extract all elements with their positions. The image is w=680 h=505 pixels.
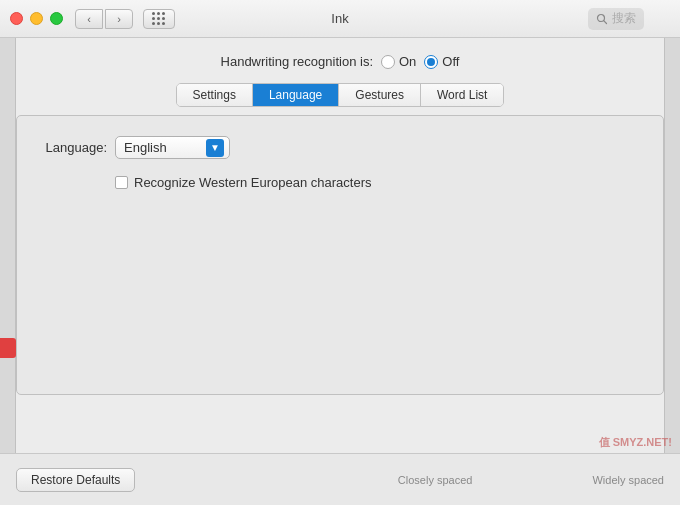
bottom-labels: Closely spaced Widely spaced xyxy=(398,474,664,486)
tab-gestures[interactable]: Gestures xyxy=(339,84,421,106)
radio-off-circle[interactable] xyxy=(424,55,438,69)
side-red-indicator xyxy=(0,338,16,358)
western-european-checkbox[interactable] xyxy=(115,176,128,189)
spacing-right-label: Widely spaced xyxy=(592,474,664,486)
grid-icon xyxy=(152,12,166,26)
nav-buttons: ‹ › xyxy=(75,9,133,29)
window-title: Ink xyxy=(331,11,348,26)
tabs-container: Settings Language Gestures Word List xyxy=(16,83,664,107)
radio-off-option[interactable]: Off xyxy=(424,54,459,69)
checkbox-label: Recognize Western European characters xyxy=(134,175,372,190)
watermark: 值 SMYZ.NET! xyxy=(599,435,672,450)
language-row: Language: English French German Spanish … xyxy=(37,136,643,159)
back-button[interactable]: ‹ xyxy=(75,9,103,29)
forward-button[interactable]: › xyxy=(105,9,133,29)
language-select-wrapper: English French German Spanish Italian Po… xyxy=(115,136,230,159)
maximize-button[interactable] xyxy=(50,12,63,25)
side-left-panel xyxy=(0,38,16,505)
tab-word-list[interactable]: Word List xyxy=(421,84,503,106)
radio-on-label: On xyxy=(399,54,416,69)
grid-view-button[interactable] xyxy=(143,9,175,29)
language-select[interactable]: English French German Spanish Italian Po… xyxy=(115,136,230,159)
main-content: Handwriting recognition is: On Off Setti… xyxy=(16,54,664,395)
close-button[interactable] xyxy=(10,12,23,25)
bottom-bar: Restore Defaults Closely spaced Widely s… xyxy=(0,453,680,505)
traffic-lights xyxy=(10,12,63,25)
search-icon xyxy=(596,13,608,25)
svg-line-1 xyxy=(604,20,607,23)
handwriting-label: Handwriting recognition is: xyxy=(221,54,373,69)
language-panel: Language: English French German Spanish … xyxy=(16,115,664,395)
handwriting-recognition-row: Handwriting recognition is: On Off xyxy=(16,54,664,69)
checkbox-row: Recognize Western European characters xyxy=(115,175,643,190)
tab-settings[interactable]: Settings xyxy=(177,84,253,106)
radio-on-option[interactable]: On xyxy=(381,54,416,69)
radio-on-circle[interactable] xyxy=(381,55,395,69)
minimize-button[interactable] xyxy=(30,12,43,25)
radio-off-label: Off xyxy=(442,54,459,69)
search-placeholder: 搜索 xyxy=(612,10,636,27)
titlebar: ‹ › Ink 搜索 xyxy=(0,0,680,38)
spacing-left-label: Closely spaced xyxy=(398,474,473,486)
forward-icon: › xyxy=(117,13,121,25)
tabs: Settings Language Gestures Word List xyxy=(176,83,505,107)
search-field[interactable]: 搜索 xyxy=(588,8,644,30)
language-label: Language: xyxy=(37,140,107,155)
back-icon: ‹ xyxy=(87,13,91,25)
tab-language[interactable]: Language xyxy=(253,84,339,106)
restore-defaults-button[interactable]: Restore Defaults xyxy=(16,468,135,492)
